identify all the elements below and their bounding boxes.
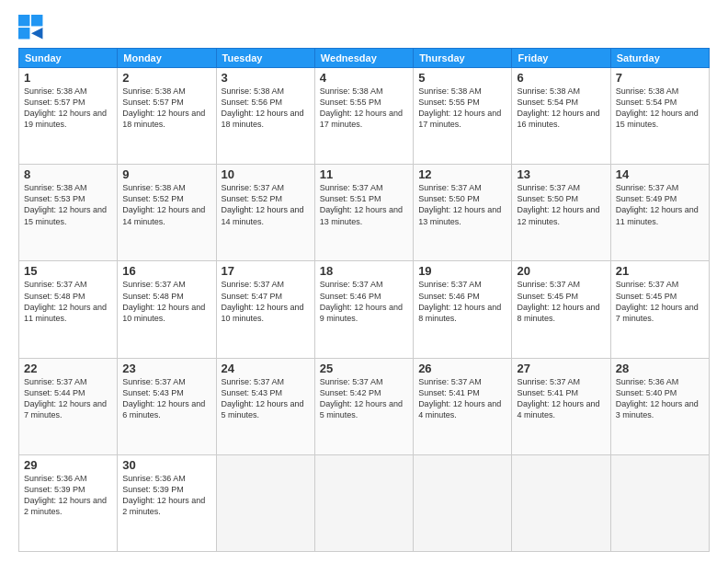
day-info: Sunrise: 5:36 AM Sunset: 5:40 PM Dayligh… [616, 376, 704, 421]
day-cell-21: 21Sunrise: 5:37 AM Sunset: 5:45 PM Dayli… [610, 261, 709, 358]
day-info: Sunrise: 5:37 AM Sunset: 5:43 PM Dayligh… [122, 376, 210, 421]
day-cell-2: 2Sunrise: 5:38 AM Sunset: 5:57 PM Daylig… [118, 68, 216, 165]
day-info: Sunrise: 5:37 AM Sunset: 5:42 PM Dayligh… [320, 376, 408, 421]
day-number: 30 [122, 458, 210, 472]
day-cell-17: 17Sunrise: 5:37 AM Sunset: 5:47 PM Dayli… [216, 261, 314, 358]
day-cell-20: 20Sunrise: 5:37 AM Sunset: 5:45 PM Dayli… [512, 261, 610, 358]
day-info: Sunrise: 5:37 AM Sunset: 5:44 PM Dayligh… [24, 376, 112, 421]
day-number: 29 [24, 458, 112, 472]
weekday-header-tuesday: Tuesday [216, 49, 314, 68]
day-cell-29: 29Sunrise: 5:36 AM Sunset: 5:39 PM Dayli… [19, 454, 118, 551]
day-info: Sunrise: 5:37 AM Sunset: 5:45 PM Dayligh… [517, 279, 605, 324]
day-cell-23: 23Sunrise: 5:37 AM Sunset: 5:43 PM Dayli… [118, 358, 216, 454]
day-cell-3: 3Sunrise: 5:38 AM Sunset: 5:56 PM Daylig… [216, 68, 314, 165]
day-info: Sunrise: 5:37 AM Sunset: 5:45 PM Dayligh… [616, 279, 704, 324]
svg-rect-0 [18, 15, 29, 26]
weekday-header-row: SundayMondayTuesdayWednesdayThursdayFrid… [19, 49, 710, 68]
day-cell-11: 11Sunrise: 5:37 AM Sunset: 5:51 PM Dayli… [314, 165, 413, 261]
day-info: Sunrise: 5:38 AM Sunset: 5:52 PM Dayligh… [122, 182, 210, 227]
day-number: 12 [418, 167, 506, 181]
day-number: 24 [222, 362, 310, 375]
day-cell-18: 18Sunrise: 5:37 AM Sunset: 5:46 PM Dayli… [314, 261, 413, 358]
day-cell-empty [512, 454, 610, 551]
day-cell-25: 25Sunrise: 5:37 AM Sunset: 5:42 PM Dayli… [314, 358, 413, 454]
day-info: Sunrise: 5:38 AM Sunset: 5:57 PM Dayligh… [122, 86, 210, 131]
day-number: 21 [616, 264, 704, 278]
day-number: 6 [517, 71, 605, 85]
day-cell-4: 4Sunrise: 5:38 AM Sunset: 5:55 PM Daylig… [314, 68, 413, 165]
weekday-header-saturday: Saturday [610, 49, 709, 68]
logo [18, 15, 48, 40]
weekday-header-sunday: Sunday [19, 49, 118, 68]
week-row-5: 29Sunrise: 5:36 AM Sunset: 5:39 PM Dayli… [19, 454, 710, 551]
day-cell-5: 5Sunrise: 5:38 AM Sunset: 5:55 PM Daylig… [414, 68, 512, 165]
day-info: Sunrise: 5:38 AM Sunset: 5:55 PM Dayligh… [320, 86, 408, 131]
day-number: 4 [320, 71, 408, 85]
day-number: 22 [24, 362, 112, 375]
day-number: 11 [320, 167, 408, 181]
day-number: 5 [418, 71, 506, 85]
day-number: 16 [122, 264, 210, 278]
day-cell-15: 15Sunrise: 5:37 AM Sunset: 5:48 PM Dayli… [19, 261, 118, 358]
weekday-header-monday: Monday [118, 49, 216, 68]
day-number: 13 [517, 167, 605, 181]
week-row-3: 15Sunrise: 5:37 AM Sunset: 5:48 PM Dayli… [19, 261, 710, 358]
day-info: Sunrise: 5:37 AM Sunset: 5:48 PM Dayligh… [122, 279, 210, 324]
day-cell-13: 13Sunrise: 5:37 AM Sunset: 5:50 PM Dayli… [512, 165, 610, 261]
day-cell-30: 30Sunrise: 5:36 AM Sunset: 5:39 PM Dayli… [118, 454, 216, 551]
svg-marker-3 [31, 28, 42, 39]
day-cell-6: 6Sunrise: 5:38 AM Sunset: 5:54 PM Daylig… [512, 68, 610, 165]
day-info: Sunrise: 5:37 AM Sunset: 5:51 PM Dayligh… [320, 182, 408, 227]
day-number: 7 [616, 71, 704, 85]
day-number: 1 [24, 71, 112, 85]
day-cell-8: 8Sunrise: 5:38 AM Sunset: 5:53 PM Daylig… [19, 165, 118, 261]
day-number: 28 [616, 362, 704, 375]
day-number: 9 [122, 167, 210, 181]
day-info: Sunrise: 5:37 AM Sunset: 5:47 PM Dayligh… [222, 279, 310, 324]
day-number: 18 [320, 264, 408, 278]
day-number: 17 [222, 264, 310, 278]
day-cell-14: 14Sunrise: 5:37 AM Sunset: 5:49 PM Dayli… [610, 165, 709, 261]
day-cell-10: 10Sunrise: 5:37 AM Sunset: 5:52 PM Dayli… [216, 165, 314, 261]
day-cell-empty [314, 454, 413, 551]
day-cell-26: 26Sunrise: 5:37 AM Sunset: 5:41 PM Dayli… [414, 358, 512, 454]
day-number: 14 [616, 167, 704, 181]
day-number: 27 [517, 362, 605, 375]
day-info: Sunrise: 5:37 AM Sunset: 5:48 PM Dayligh… [24, 279, 112, 324]
day-number: 8 [24, 167, 112, 181]
day-info: Sunrise: 5:38 AM Sunset: 5:56 PM Dayligh… [222, 86, 310, 131]
day-info: Sunrise: 5:37 AM Sunset: 5:50 PM Dayligh… [418, 182, 506, 227]
day-info: Sunrise: 5:38 AM Sunset: 5:54 PM Dayligh… [517, 86, 605, 131]
day-info: Sunrise: 5:37 AM Sunset: 5:46 PM Dayligh… [418, 279, 506, 324]
day-number: 26 [418, 362, 506, 375]
week-row-2: 8Sunrise: 5:38 AM Sunset: 5:53 PM Daylig… [19, 165, 710, 261]
day-number: 10 [222, 167, 310, 181]
day-cell-22: 22Sunrise: 5:37 AM Sunset: 5:44 PM Dayli… [19, 358, 118, 454]
day-info: Sunrise: 5:37 AM Sunset: 5:41 PM Dayligh… [517, 376, 605, 421]
day-info: Sunrise: 5:37 AM Sunset: 5:41 PM Dayligh… [418, 376, 506, 421]
day-info: Sunrise: 5:38 AM Sunset: 5:54 PM Dayligh… [616, 86, 704, 131]
week-row-4: 22Sunrise: 5:37 AM Sunset: 5:44 PM Dayli… [19, 358, 710, 454]
svg-rect-2 [18, 28, 29, 39]
day-cell-1: 1Sunrise: 5:38 AM Sunset: 5:57 PM Daylig… [19, 68, 118, 165]
weekday-header-wednesday: Wednesday [314, 49, 413, 68]
day-info: Sunrise: 5:38 AM Sunset: 5:53 PM Dayligh… [24, 182, 112, 227]
day-info: Sunrise: 5:36 AM Sunset: 5:39 PM Dayligh… [24, 473, 112, 518]
day-info: Sunrise: 5:38 AM Sunset: 5:55 PM Dayligh… [418, 86, 506, 131]
day-number: 3 [222, 71, 310, 85]
weekday-header-friday: Friday [512, 49, 610, 68]
day-cell-19: 19Sunrise: 5:37 AM Sunset: 5:46 PM Dayli… [414, 261, 512, 358]
day-info: Sunrise: 5:37 AM Sunset: 5:50 PM Dayligh… [517, 182, 605, 227]
day-info: Sunrise: 5:37 AM Sunset: 5:49 PM Dayligh… [616, 182, 704, 227]
day-cell-24: 24Sunrise: 5:37 AM Sunset: 5:43 PM Dayli… [216, 358, 314, 454]
day-info: Sunrise: 5:37 AM Sunset: 5:43 PM Dayligh… [222, 376, 310, 421]
day-info: Sunrise: 5:38 AM Sunset: 5:57 PM Dayligh… [24, 86, 112, 131]
logo-icon [18, 15, 44, 40]
day-number: 2 [122, 71, 210, 85]
day-cell-7: 7Sunrise: 5:38 AM Sunset: 5:54 PM Daylig… [610, 68, 709, 165]
day-cell-empty [216, 454, 314, 551]
day-number: 25 [320, 362, 408, 375]
day-cell-empty [414, 454, 512, 551]
day-cell-16: 16Sunrise: 5:37 AM Sunset: 5:48 PM Dayli… [118, 261, 216, 358]
calendar-table: SundayMondayTuesdayWednesdayThursdayFrid… [18, 48, 710, 552]
